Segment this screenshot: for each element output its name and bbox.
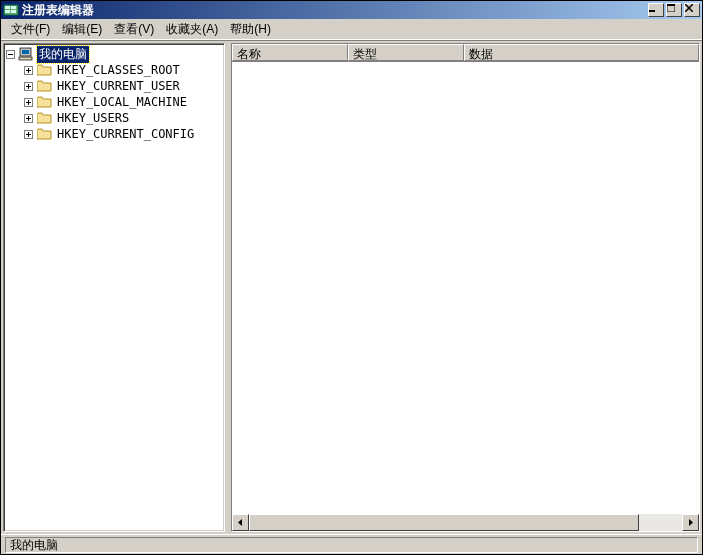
tree-node-hkcr[interactable]: HKEY_CLASSES_ROOT <box>24 62 224 78</box>
column-header-type[interactable]: 类型 <box>348 44 464 61</box>
status-path: 我的电脑 <box>5 537 698 553</box>
client-area: 我的电脑 HKEY_CLASSES_ROOT HKEY_CURRENT_USER <box>1 40 702 534</box>
menu-file[interactable]: 文件(F) <box>5 20 56 39</box>
menubar: 文件(F) 编辑(E) 查看(V) 收藏夹(A) 帮助(H) <box>1 19 702 40</box>
tree-node-label: HKEY_CURRENT_USER <box>55 79 182 93</box>
svg-rect-5 <box>649 10 655 12</box>
maximize-button[interactable] <box>666 3 682 17</box>
folder-icon <box>36 111 52 125</box>
svg-rect-4 <box>11 10 16 13</box>
splitter[interactable] <box>227 41 229 534</box>
folder-icon <box>36 95 52 109</box>
list-body[interactable] <box>232 62 699 514</box>
app-icon <box>3 2 19 18</box>
tree-node-hku[interactable]: HKEY_USERS <box>24 110 224 126</box>
titlebar[interactable]: 注册表编辑器 <box>1 1 702 19</box>
tree-node-label: HKEY_CURRENT_CONFIG <box>55 127 196 141</box>
scroll-track[interactable] <box>249 514 682 531</box>
folder-icon <box>36 79 52 93</box>
expander-plus-icon[interactable] <box>24 114 33 123</box>
registry-editor-window: 注册表编辑器 文件(F) 编辑(E) 查看(V) 收藏夹(A) 帮助(H) <box>0 0 703 555</box>
tree-root[interactable]: 我的电脑 <box>6 46 224 62</box>
expander-minus-icon[interactable] <box>6 50 15 59</box>
expander-plus-icon[interactable] <box>24 98 33 107</box>
folder-icon <box>36 127 52 141</box>
scroll-right-button[interactable] <box>682 514 699 531</box>
computer-icon <box>18 47 34 61</box>
tree-root-label: 我的电脑 <box>37 46 89 63</box>
svg-rect-12 <box>19 57 32 60</box>
tree-pane[interactable]: 我的电脑 HKEY_CLASSES_ROOT HKEY_CURRENT_USER <box>3 43 225 532</box>
list-header: 名称 类型 数据 <box>232 44 699 62</box>
window-title: 注册表编辑器 <box>22 2 648 19</box>
column-header-name[interactable]: 名称 <box>232 44 348 61</box>
tree-node-hklm[interactable]: HKEY_LOCAL_MACHINE <box>24 94 224 110</box>
scroll-left-button[interactable] <box>232 514 249 531</box>
expander-plus-icon[interactable] <box>24 82 33 91</box>
scroll-thumb[interactable] <box>249 514 639 531</box>
svg-rect-11 <box>22 50 29 54</box>
svg-rect-3 <box>5 10 10 13</box>
menu-edit[interactable]: 编辑(E) <box>56 20 108 39</box>
tree-node-label: HKEY_LOCAL_MACHINE <box>55 95 189 109</box>
tree-node-hkcc[interactable]: HKEY_CURRENT_CONFIG <box>24 126 224 142</box>
tree-node-hkcu[interactable]: HKEY_CURRENT_USER <box>24 78 224 94</box>
svg-rect-2 <box>11 6 16 9</box>
menu-view[interactable]: 查看(V) <box>108 20 160 39</box>
horizontal-scrollbar[interactable] <box>232 514 699 531</box>
expander-plus-icon[interactable] <box>24 130 33 139</box>
folder-icon <box>36 63 52 77</box>
menu-help[interactable]: 帮助(H) <box>224 20 277 39</box>
menu-favorites[interactable]: 收藏夹(A) <box>160 20 224 39</box>
tree-children: HKEY_CLASSES_ROOT HKEY_CURRENT_USER HKEY… <box>6 62 224 142</box>
list-pane[interactable]: 名称 类型 数据 <box>231 43 700 532</box>
svg-rect-1 <box>5 6 10 9</box>
close-button[interactable] <box>684 3 700 17</box>
statusbar: 我的电脑 <box>1 534 702 554</box>
expander-plus-icon[interactable] <box>24 66 33 75</box>
tree-node-label: HKEY_USERS <box>55 111 131 125</box>
minimize-button[interactable] <box>648 3 664 17</box>
svg-rect-7 <box>667 4 675 6</box>
tree-node-label: HKEY_CLASSES_ROOT <box>55 63 182 77</box>
column-header-data[interactable]: 数据 <box>464 44 699 61</box>
window-controls <box>648 3 700 17</box>
